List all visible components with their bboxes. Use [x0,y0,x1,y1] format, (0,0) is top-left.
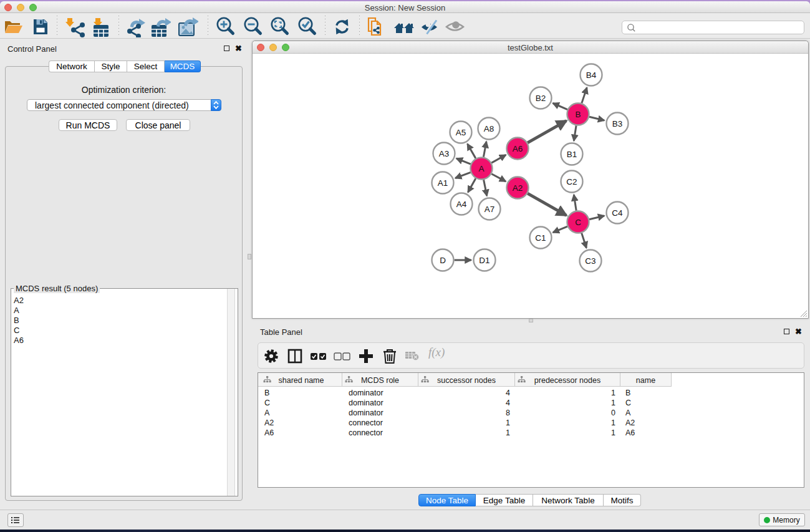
svg-text:D1: D1 [479,256,489,265]
svg-text:B3: B3 [612,119,623,128]
svg-text:C2: C2 [566,177,577,186]
svg-text:A3: A3 [439,149,450,158]
svg-text:D: D [440,256,446,265]
svg-text:C: C [575,218,581,227]
svg-text:A6: A6 [513,144,523,153]
svg-text:B1: B1 [567,150,577,159]
svg-text:C3: C3 [585,256,595,266]
svg-text:A8: A8 [484,124,494,133]
svg-text:B4: B4 [586,70,597,80]
svg-text:A7: A7 [485,205,495,214]
svg-text:C1: C1 [535,233,546,243]
svg-text:B: B [575,110,581,119]
svg-text:A1: A1 [438,178,448,188]
svg-text:B2: B2 [536,94,546,103]
svg-text:A2: A2 [513,183,523,193]
svg-text:A5: A5 [456,128,466,137]
svg-text:A: A [478,164,484,173]
svg-text:A4: A4 [456,200,467,209]
svg-text:C4: C4 [612,208,623,218]
